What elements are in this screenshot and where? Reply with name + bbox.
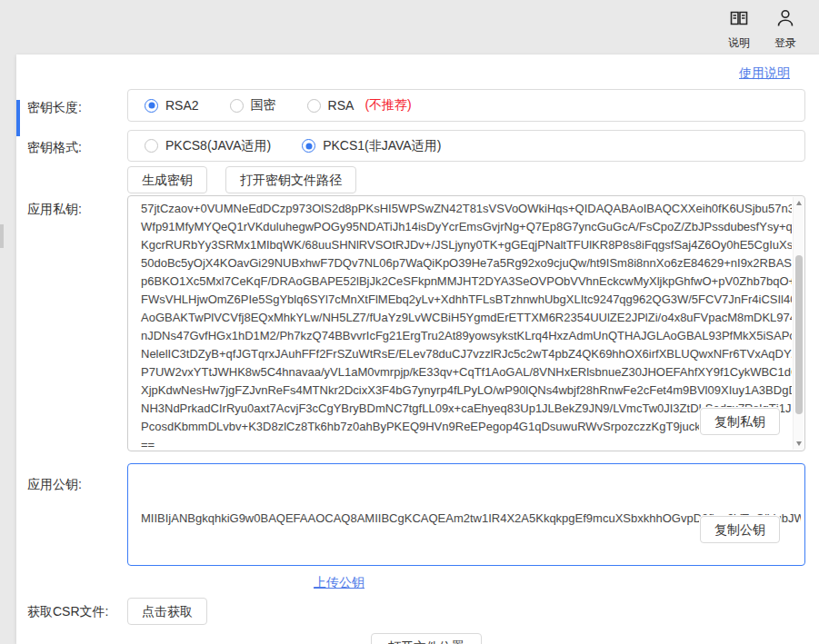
scrollbar-thumb[interactable] [795, 255, 803, 414]
radio-guomi[interactable]: 国密 [230, 97, 276, 114]
help-label: 说明 [717, 35, 761, 51]
radio-icon [145, 139, 158, 153]
private-key-scrollbar[interactable] [793, 197, 804, 450]
radio-pkcs8[interactable]: PKCS8(JAVA适用) [145, 138, 271, 154]
radio-icon [145, 99, 158, 113]
active-section-indicator [16, 100, 20, 136]
upload-public-key-link[interactable]: 上传公钥 [314, 575, 365, 591]
radio-pkcs1-label: PKCS1(非JAVA适用) [323, 138, 441, 154]
key-format-label: 密钥格式: [27, 140, 82, 156]
key-format-options: PKCS8(JAVA适用) PKCS1(非JAVA适用) [127, 130, 805, 162]
generate-key-button[interactable]: 生成密钥 [127, 166, 207, 193]
person-icon [774, 7, 796, 29]
radio-pkcs1[interactable]: PKCS1(非JAVA适用) [302, 138, 441, 154]
get-csr-button[interactable]: 点击获取 [127, 598, 207, 625]
login-action[interactable]: 登录 [764, 7, 807, 51]
radio-icon [230, 99, 244, 113]
radio-rsa[interactable]: RSA [307, 98, 355, 113]
book-icon [728, 7, 750, 29]
radio-rsa2-label: RSA2 [165, 98, 199, 113]
radio-icon [302, 139, 315, 153]
scroll-down-icon[interactable] [796, 441, 802, 446]
private-key-value: 57jtCzaov+0VUMNeEdDCzp973OlS2d8pPKsHI5WP… [128, 196, 792, 451]
radio-rsa2[interactable]: RSA2 [145, 98, 199, 113]
scroll-up-icon[interactable] [796, 201, 802, 205]
key-length-label: 密钥长度: [27, 100, 82, 116]
radio-pkcs8-label: PKCS8(JAVA适用) [165, 138, 271, 154]
open-file-location-button[interactable]: 打开文件位置 [371, 633, 482, 644]
copy-public-key-button[interactable]: 复制公钥 [700, 516, 780, 543]
login-label: 登录 [764, 35, 807, 51]
page-scrollbar-thumb[interactable] [0, 224, 4, 248]
help-action[interactable]: 说明 [717, 7, 761, 51]
main-panel: 使用说明 密钥长度: RSA2 国密 RSA (不推荐) 密钥格式: PKCS8… [16, 54, 819, 644]
key-length-options: RSA2 国密 RSA (不推荐) [127, 89, 805, 122]
csr-label: 获取CSR文件: [27, 604, 108, 620]
rsa-not-recommended-warning: (不推荐) [365, 97, 411, 114]
public-key-label: 应用公钥: [27, 477, 82, 493]
open-key-file-path-button[interactable]: 打开密钥文件路径 [225, 166, 356, 193]
copy-private-key-button[interactable]: 复制私钥 [700, 408, 780, 435]
radio-guomi-label: 国密 [251, 97, 276, 114]
public-key-value: MIIBIjANBgkqhkiG9w0BAQEFAAOCAQ8AMIIBCgKC… [128, 464, 803, 565]
private-key-label: 应用私钥: [27, 202, 82, 218]
usage-instructions-link[interactable]: 使用说明 [739, 65, 790, 82]
radio-icon [307, 99, 321, 113]
public-key-textarea[interactable]: MIIBIjANBgkqhkiG9w0BAQEFAAOCAQ8AMIIBCgKC… [127, 463, 805, 566]
radio-rsa-label: RSA [328, 98, 355, 113]
